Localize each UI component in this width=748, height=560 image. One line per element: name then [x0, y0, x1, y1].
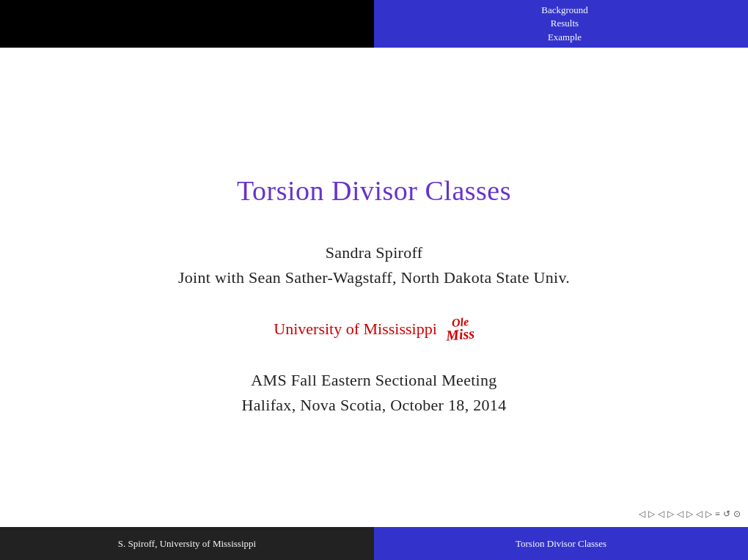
top-bar-left	[0, 0, 374, 48]
miss-text: Miss	[445, 325, 475, 342]
footer-left-text: S. Spiroff, University of Mississippi	[118, 538, 256, 550]
nav-refresh-icon[interactable]: ↺	[723, 509, 730, 520]
footer-right-text: Torsion Divisor Classes	[516, 538, 606, 550]
ole-miss-logo: Ole Miss	[446, 317, 474, 342]
nav-next2-icon[interactable]: ▷	[667, 509, 674, 520]
main-content: Torsion Divisor Classes Sandra Spiroff J…	[0, 48, 748, 527]
top-bar-right: Background Results Example	[374, 0, 748, 48]
nav-prev-icon[interactable]: ◁	[639, 509, 645, 520]
bottom-bar: S. Spiroff, University of Mississippi To…	[0, 527, 748, 560]
nav-menu-icon[interactable]: ≡	[715, 509, 720, 520]
top-bar: Background Results Example	[0, 0, 748, 48]
university-row: University of Mississippi Ole Miss	[274, 317, 474, 342]
presentation-title: Torsion Divisor Classes	[237, 174, 511, 207]
nav-prev2-icon[interactable]: ◁	[658, 509, 664, 520]
nav-item-background[interactable]: Background	[541, 4, 588, 17]
navigation-icons[interactable]: ◁ ▷ ◁ ▷ ◁ ▷ ◁ ▷ ≡ ↺ ⊙	[639, 509, 741, 520]
meeting-line1: AMS Fall Eastern Sectional Meeting	[251, 371, 496, 390]
joint-author: Joint with Sean Sather-Wagstaff, North D…	[178, 268, 570, 287]
nav-prev3-icon[interactable]: ◁	[677, 509, 683, 520]
author-name: Sandra Spiroff	[326, 243, 423, 262]
nav-prev4-icon[interactable]: ◁	[696, 509, 703, 520]
meeting-line2: Halifax, Nova Scotia, October 18, 2014	[242, 396, 507, 415]
nav-next4-icon[interactable]: ▷	[705, 509, 712, 520]
university-name: University of Mississippi	[274, 320, 436, 339]
nav-circle-icon[interactable]: ⊙	[733, 509, 741, 520]
nav-item-example[interactable]: Example	[548, 31, 582, 44]
nav-next3-icon[interactable]: ▷	[686, 509, 693, 520]
nav-next-icon[interactable]: ▷	[648, 509, 655, 520]
bottom-left: S. Spiroff, University of Mississippi	[0, 527, 374, 560]
nav-item-results[interactable]: Results	[551, 17, 579, 30]
nav-items: Background Results Example	[381, 4, 748, 44]
bottom-right: Torsion Divisor Classes	[374, 527, 748, 560]
